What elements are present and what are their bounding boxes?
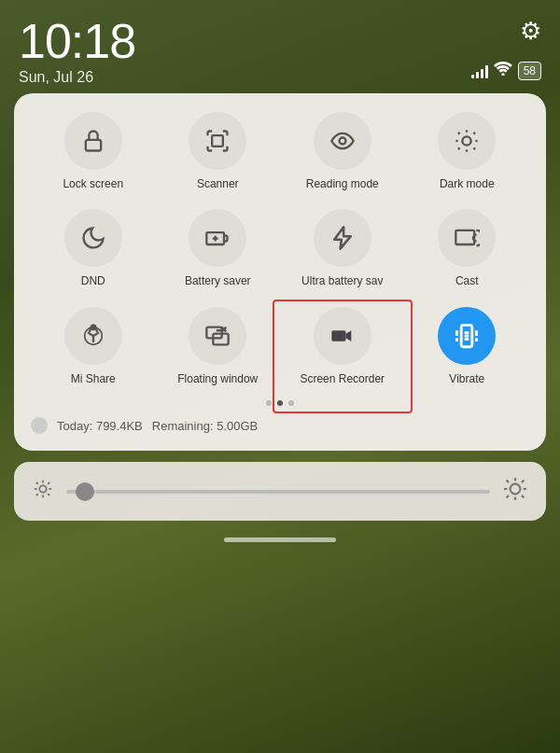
quick-settings-grid: Lock screen Scanner	[31, 112, 529, 385]
dot-2[interactable]	[277, 400, 283, 406]
svg-line-44	[506, 481, 509, 483]
home-indicator[interactable]	[0, 537, 560, 542]
storage-today: Today: 799.4KB	[57, 419, 143, 433]
svg-line-36	[48, 494, 49, 495]
brightness-slider[interactable]	[66, 490, 490, 494]
ultra-battery-label: Ultra battery sav	[301, 274, 383, 287]
scanner-icon-circle	[189, 112, 246, 170]
qs-screen-recorder[interactable]: Screen Recorder	[280, 307, 405, 385]
dark-mode-icon-circle	[438, 112, 496, 170]
reading-mode-icon-circle	[314, 112, 371, 170]
floating-window-icon-circle	[189, 307, 246, 365]
svg-rect-2	[212, 135, 223, 146]
cast-icon-circle	[438, 209, 496, 267]
battery-level: 58	[524, 64, 536, 77]
brightness-panel	[14, 462, 546, 521]
clock-time: 10:18	[19, 17, 135, 65]
qs-cast[interactable]: Cast	[405, 209, 530, 287]
vibrate-label: Vibrate	[449, 372, 484, 385]
storage-icon	[31, 417, 48, 434]
qs-dark-mode[interactable]: Dark mode	[405, 112, 530, 190]
svg-rect-1	[86, 140, 101, 151]
quick-settings-panel: Lock screen Scanner	[14, 93, 546, 451]
dot-1[interactable]	[266, 400, 272, 406]
battery-saver-icon-circle	[189, 209, 246, 267]
screen-recorder-label: Screen Recorder	[300, 372, 385, 385]
status-bar: 10:18 Sun, Jul 26 ⚙ 58	[0, 0, 560, 93]
qs-scanner[interactable]: Scanner	[156, 112, 281, 190]
qs-dnd[interactable]: DND	[31, 209, 156, 287]
svg-line-35	[36, 482, 38, 484]
battery-saver-label: Battery saver	[185, 274, 251, 287]
home-bar	[224, 537, 336, 542]
svg-point-41	[511, 484, 521, 495]
floating-window-label: Floating window	[177, 372, 258, 385]
settings-icon[interactable]: ⚙	[520, 17, 541, 46]
vibrate-icon-circle	[438, 307, 496, 365]
wifi-icon	[494, 61, 512, 80]
svg-rect-23	[331, 330, 345, 342]
qs-floating-window[interactable]: Floating window	[156, 307, 281, 385]
svg-point-4	[463, 136, 471, 145]
svg-point-3	[339, 138, 345, 145]
svg-line-48	[506, 495, 509, 498]
dark-mode-label: Dark mode	[440, 177, 495, 190]
lock-screen-label: Lock screen	[63, 177, 123, 190]
date-display: Sun, Jul 26	[19, 69, 135, 86]
brightness-low-icon	[33, 479, 53, 504]
dnd-label: DND	[81, 274, 105, 287]
svg-line-12	[474, 132, 476, 134]
svg-line-11	[458, 147, 460, 149]
qs-lock-screen[interactable]: Lock screen	[31, 112, 156, 190]
svg-line-7	[458, 132, 460, 134]
reading-mode-label: Reading mode	[306, 177, 379, 190]
svg-point-0	[501, 73, 504, 76]
qs-reading-mode[interactable]: Reading mode	[280, 112, 405, 190]
storage-info: Today: 799.4KB Remaining: 5.00GB	[31, 417, 529, 434]
pagination-dots	[31, 400, 529, 406]
qs-ultra-battery[interactable]: Ultra battery sav	[280, 209, 405, 287]
mi-share-label: Mi Share	[71, 372, 116, 385]
qs-mi-share[interactable]: Mi Share	[31, 307, 156, 385]
brightness-high-icon	[503, 477, 527, 506]
time-block: 10:18 Sun, Jul 26	[19, 17, 135, 86]
svg-rect-16	[456, 230, 475, 244]
svg-line-8	[474, 147, 476, 149]
dot-3[interactable]	[288, 400, 294, 406]
cast-label: Cast	[455, 274, 479, 287]
battery-indicator: 58	[518, 62, 541, 80]
screen-recorder-icon-circle	[314, 307, 371, 365]
svg-line-39	[36, 494, 38, 495]
svg-line-45	[522, 495, 525, 498]
svg-line-40	[48, 482, 49, 484]
brightness-thumb[interactable]	[76, 482, 94, 501]
qs-vibrate[interactable]: Vibrate	[405, 307, 530, 385]
svg-line-49	[522, 481, 525, 483]
qs-battery-saver[interactable]: Battery saver	[156, 209, 281, 287]
ultra-battery-icon-circle	[314, 209, 371, 267]
status-icons: 58	[471, 61, 541, 80]
signal-icon	[471, 63, 488, 78]
lock-screen-icon-circle	[64, 112, 122, 170]
mi-share-icon-circle	[64, 307, 122, 365]
svg-point-32	[39, 486, 46, 493]
dnd-icon-circle	[64, 209, 122, 267]
scanner-label: Scanner	[197, 177, 239, 190]
storage-remaining: Remaining: 5.00GB	[152, 419, 258, 433]
